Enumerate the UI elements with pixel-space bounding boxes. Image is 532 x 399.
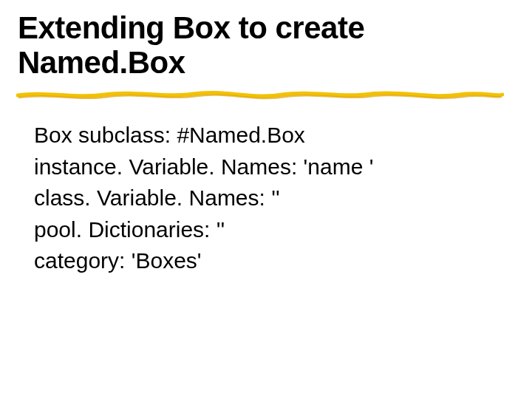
title-underline [16,89,504,102]
code-line: Box subclass: #Named.Box [34,120,492,151]
code-line: instance. Variable. Names: 'name ' [34,151,492,183]
code-line: class. Variable. Names: '' [34,183,492,214]
code-line: pool. Dictionaries: '' [34,214,492,246]
slide: Extending Box to create Named.Box Box su… [0,0,532,399]
slide-body: Box subclass: #Named.Box instance. Varia… [34,120,492,277]
code-line: category: 'Boxes' [34,245,492,277]
slide-title: Extending Box to create Named.Box [18,10,468,80]
